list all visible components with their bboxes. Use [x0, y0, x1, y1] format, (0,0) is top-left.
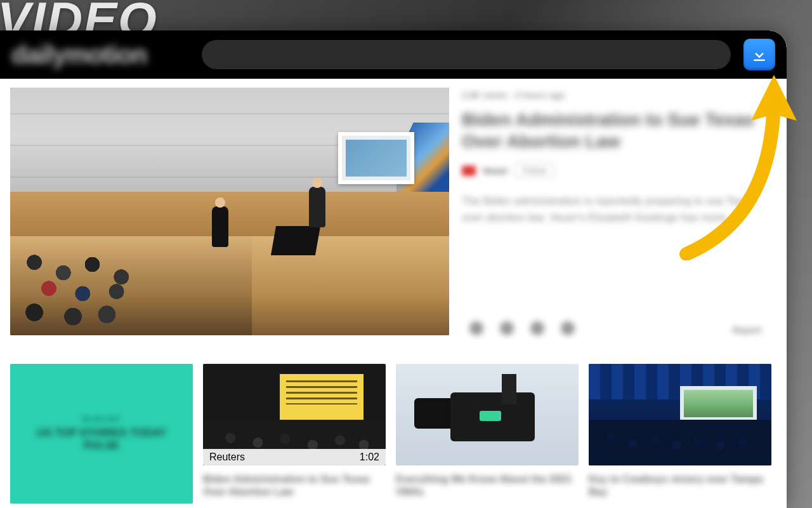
hero-section: 2.8K views · 3 hours ago Biden Administr…: [10, 88, 776, 347]
hero-title: Biden Administration to Sue Texas Over A…: [462, 109, 776, 152]
browser-window: dailymotion: [0, 30, 787, 508]
related-row: PLAYLIST US TOP STORIES TODAY PULSE Reut…: [10, 347, 776, 504]
page-content: 2.8K views · 3 hours ago Biden Administr…: [0, 79, 787, 504]
hero-views-time: 2.8K views · 3 hours ago: [462, 90, 776, 100]
video-card[interactable]: Reuters 1:02 Biden Administration to Sue…: [203, 364, 386, 504]
download-button[interactable]: [743, 39, 775, 70]
card-source: Reuters: [209, 451, 245, 463]
playlist-card[interactable]: PLAYLIST US TOP STORIES TODAY PULSE: [10, 364, 193, 504]
card-title: Key to Cowboys victory over Tampa Bay: [589, 473, 771, 498]
hero-video-thumbnail[interactable]: [10, 88, 449, 335]
card-duration: 1:02: [360, 451, 379, 463]
site-header: dailymotion: [0, 30, 787, 79]
playlist-title: US TOP STORIES TODAY PULSE: [10, 427, 193, 451]
video-card[interactable]: Everything We Know About the 2021 VMAs: [396, 364, 579, 504]
site-logo[interactable]: dailymotion: [11, 41, 189, 69]
like-icon[interactable]: [469, 321, 483, 335]
video-card[interactable]: Key to Cowboys victory over Tampa Bay: [589, 364, 771, 504]
search-input[interactable]: [202, 40, 731, 69]
author-name[interactable]: Veuer: [482, 165, 508, 176]
author-avatar[interactable]: [462, 166, 476, 176]
hero-description: The Biden administration is reportedly p…: [462, 193, 760, 225]
follow-button[interactable]: Follow: [514, 163, 555, 178]
share-icon[interactable]: [530, 321, 544, 335]
hero-author-row: Veuer Follow: [462, 163, 776, 178]
report-link[interactable]: Report: [733, 325, 761, 335]
card-title: Biden Administration to Sue Texas Over A…: [203, 473, 386, 498]
add-icon[interactable]: [500, 321, 514, 335]
hero-action-row: [469, 321, 575, 335]
hero-meta: 2.8K views · 3 hours ago Biden Administr…: [462, 88, 776, 335]
embed-icon[interactable]: [561, 321, 575, 335]
card-title: Everything We Know About the 2021 VMAs: [396, 473, 579, 498]
playlist-tag: PLAYLIST: [82, 415, 121, 423]
download-icon: [750, 45, 769, 64]
